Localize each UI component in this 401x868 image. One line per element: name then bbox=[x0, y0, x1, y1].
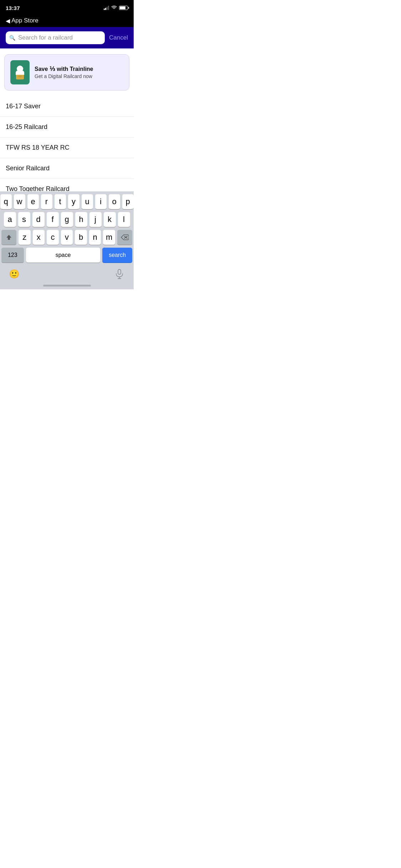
list-item[interactable]: 16-25 Railcard bbox=[0, 117, 134, 138]
search-header: 🔍 Cancel bbox=[0, 27, 134, 48]
keyboard-accessory: 🙂 bbox=[0, 264, 134, 283]
numbers-key[interactable]: 123 bbox=[1, 248, 24, 263]
key-t[interactable]: t bbox=[55, 194, 66, 209]
promo-subtitle: Get a Digital Railcard now bbox=[35, 73, 123, 79]
key-g[interactable]: g bbox=[61, 212, 73, 227]
key-m[interactable]: m bbox=[103, 230, 115, 245]
promo-text: Save ⅓ with Trainline Get a Digital Rail… bbox=[35, 66, 123, 79]
back-nav[interactable]: ◀ App Store bbox=[0, 16, 134, 27]
promo-person-icon bbox=[17, 66, 23, 72]
key-z[interactable]: z bbox=[19, 230, 31, 245]
key-u[interactable]: u bbox=[82, 194, 93, 209]
keyboard: q w e r t y u i o p a s d f g h j k l bbox=[0, 191, 134, 289]
shift-icon bbox=[6, 234, 12, 241]
key-h[interactable]: h bbox=[75, 212, 87, 227]
key-f[interactable]: f bbox=[47, 212, 59, 227]
key-j[interactable]: j bbox=[89, 212, 102, 227]
back-chevron-icon: ◀ bbox=[6, 17, 10, 24]
search-input-wrapper[interactable]: 🔍 bbox=[6, 31, 105, 44]
search-key[interactable]: search bbox=[102, 248, 132, 263]
list-item[interactable]: Senior Railcard bbox=[0, 158, 134, 179]
delete-icon bbox=[121, 234, 129, 240]
key-o[interactable]: o bbox=[109, 194, 120, 209]
keyboard-row-1: q w e r t y u i o p bbox=[1, 194, 132, 209]
key-e[interactable]: e bbox=[27, 194, 39, 209]
key-x[interactable]: x bbox=[33, 230, 45, 245]
key-q[interactable]: q bbox=[0, 194, 12, 209]
list-item[interactable]: 16-17 Saver bbox=[0, 96, 134, 117]
keyboard-row-4: 123 space search bbox=[1, 248, 132, 263]
microphone-icon bbox=[115, 269, 124, 279]
promo-banner[interactable]: Save ⅓ with Trainline Get a Digital Rail… bbox=[4, 54, 129, 91]
back-label[interactable]: App Store bbox=[11, 17, 38, 24]
space-key[interactable]: space bbox=[26, 248, 101, 263]
home-indicator bbox=[0, 283, 134, 289]
key-d[interactable]: d bbox=[32, 212, 45, 227]
status-bar: 13:37 bbox=[0, 0, 134, 16]
status-time: 13:37 bbox=[6, 5, 20, 11]
cancel-button[interactable]: Cancel bbox=[109, 34, 128, 41]
key-a[interactable]: a bbox=[4, 212, 16, 227]
status-icons bbox=[104, 6, 128, 10]
keyboard-row-2: a s d f g h j k l bbox=[1, 212, 132, 227]
search-icon: 🔍 bbox=[9, 35, 15, 41]
key-s[interactable]: s bbox=[18, 212, 30, 227]
key-i[interactable]: i bbox=[95, 194, 107, 209]
key-w[interactable]: w bbox=[14, 194, 25, 209]
key-r[interactable]: r bbox=[41, 194, 52, 209]
key-y[interactable]: y bbox=[68, 194, 79, 209]
key-b[interactable]: b bbox=[75, 230, 87, 245]
svg-rect-2 bbox=[118, 269, 121, 274]
microphone-key[interactable] bbox=[112, 267, 127, 281]
wifi-icon bbox=[111, 6, 117, 10]
signal-icon bbox=[104, 6, 109, 10]
key-k[interactable]: k bbox=[104, 212, 116, 227]
battery-icon bbox=[119, 6, 128, 10]
key-l[interactable]: l bbox=[118, 212, 130, 227]
keyboard-row-3: z x c v b n m bbox=[1, 230, 132, 245]
promo-railcard-icon bbox=[10, 60, 30, 84]
home-bar bbox=[43, 285, 91, 286]
search-input[interactable] bbox=[18, 34, 101, 41]
key-p[interactable]: p bbox=[122, 194, 134, 209]
key-v[interactable]: v bbox=[61, 230, 73, 245]
key-n[interactable]: n bbox=[89, 230, 101, 245]
keyboard-rows: q w e r t y u i o p a s d f g h j k l bbox=[0, 191, 134, 264]
key-c[interactable]: c bbox=[47, 230, 59, 245]
promo-title: Save ⅓ with Trainline bbox=[35, 66, 123, 73]
emoji-key[interactable]: 🙂 bbox=[7, 267, 21, 281]
list-item[interactable]: TFW RS 18 YEAR RC bbox=[0, 138, 134, 158]
delete-key[interactable] bbox=[117, 230, 132, 245]
shift-key[interactable] bbox=[1, 230, 16, 245]
